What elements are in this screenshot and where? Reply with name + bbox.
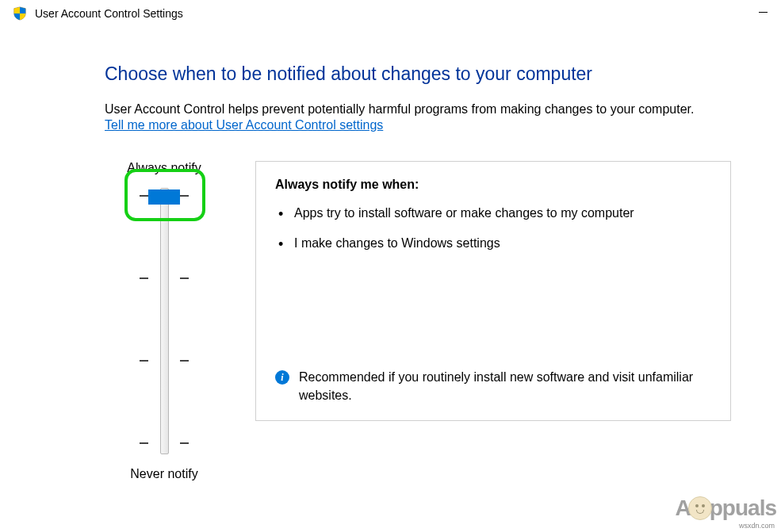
detail-list: Apps try to install software or make cha…	[275, 205, 711, 266]
watermark-suffix: ppuals	[710, 496, 776, 521]
uac-shield-icon	[13, 6, 27, 21]
minimize-icon	[759, 12, 768, 13]
slider-thumb[interactable]	[148, 189, 180, 205]
recommendation-text: Recommended if you routinely install new…	[299, 369, 711, 404]
content-area: Choose when to be notified about changes…	[0, 25, 781, 481]
detail-bullet: Apps try to install software or make cha…	[294, 205, 711, 222]
detail-title: Always notify me when:	[275, 178, 711, 192]
slider-tick	[180, 277, 189, 279]
slider-tick	[180, 442, 189, 444]
slider-column: Always notify Never notify	[105, 161, 224, 481]
info-icon: i	[275, 370, 289, 385]
watermark: A ppuals	[676, 496, 776, 521]
slider-area: Always notify Never notify Always notify…	[105, 161, 773, 481]
window-controls	[745, 0, 781, 24]
minimize-button[interactable]	[745, 0, 781, 24]
slider-tick	[140, 442, 148, 444]
slider-tick	[140, 277, 148, 279]
slider-tick	[140, 195, 148, 197]
description-text: User Account Control helps prevent poten…	[105, 102, 773, 117]
titlebar: User Account Control Settings	[0, 0, 781, 25]
detail-panel: Always notify me when: Apps try to insta…	[255, 161, 731, 421]
page-heading: Choose when to be notified about changes…	[105, 63, 773, 85]
watermark-source: wsxdn.com	[739, 522, 775, 530]
learn-more-link[interactable]: Tell me more about User Account Control …	[105, 118, 383, 132]
slider-top-label: Always notify	[127, 161, 201, 175]
slider-tick	[180, 195, 189, 197]
window-title: User Account Control Settings	[35, 7, 773, 20]
slider-rail	[160, 188, 169, 454]
detail-bullet: I make changes to Windows settings	[294, 235, 711, 252]
watermark-face-icon	[688, 496, 712, 520]
uac-slider[interactable]	[126, 186, 202, 456]
slider-tick	[180, 360, 189, 362]
slider-tick	[140, 360, 148, 362]
slider-bottom-label: Never notify	[130, 467, 197, 481]
recommendation-row: i Recommended if you routinely install n…	[275, 369, 711, 408]
